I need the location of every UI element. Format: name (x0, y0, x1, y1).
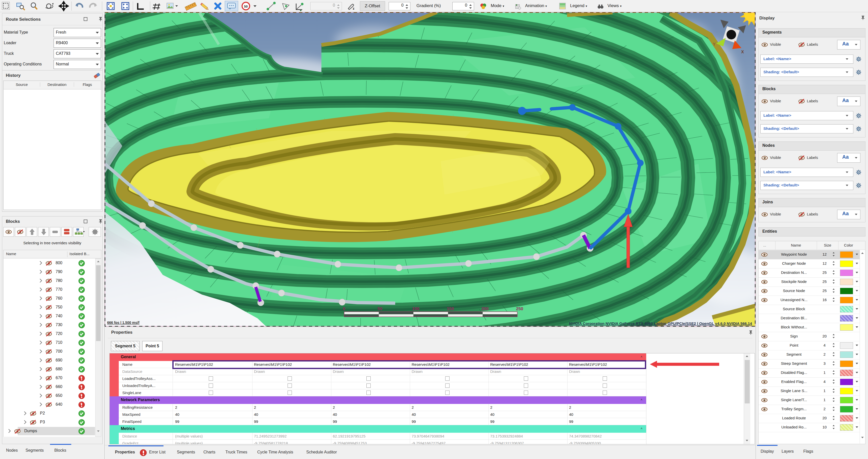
svg-text:666 fps | 1.500 ms/f: 666 fps | 1.500 ms/f (107, 321, 140, 325)
svg-text:150: 150 (447, 306, 454, 311)
svg-text:z: z (353, 7, 354, 10)
svg-text:Y: Y (713, 42, 716, 46)
svg-text:0: 0 (343, 306, 345, 311)
svg-text:X: X (741, 50, 744, 54)
svg-text:50: 50 (377, 306, 382, 311)
svg-text:100: 100 (412, 306, 419, 311)
svg-text:200: 200 (482, 306, 489, 311)
svg-text:250: 250 (516, 306, 523, 311)
svg-text:NVIDIA Corporation NVIDIA GeFo: NVIDIA Corporation NVIDIA GeForce RTX 40… (569, 321, 752, 326)
svg-text:50: 50 (244, 5, 248, 8)
